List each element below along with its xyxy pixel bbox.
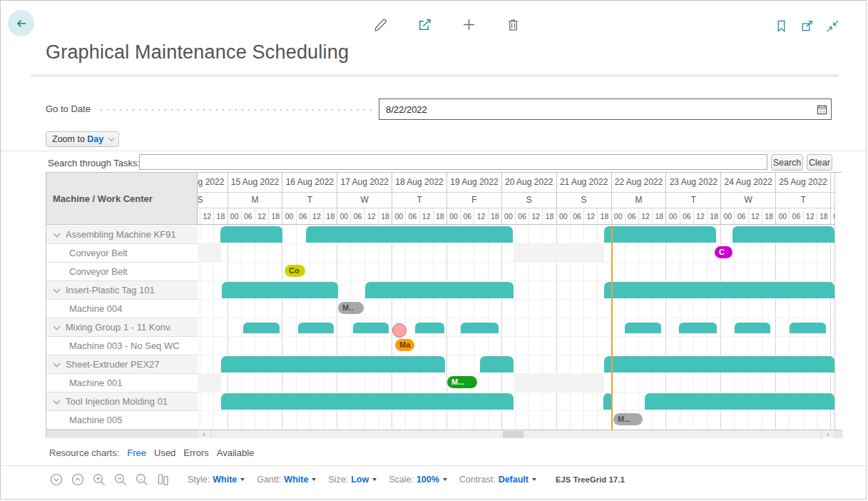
edit-button[interactable] xyxy=(372,16,388,32)
gantt-bar-small[interactable] xyxy=(625,323,661,333)
date-input[interactable] xyxy=(379,104,812,115)
shell-actions xyxy=(773,18,840,34)
share-button[interactable] xyxy=(417,16,432,32)
timeline-hour-cell: 12 xyxy=(693,208,707,224)
setting-dropdown-size[interactable]: Size:Low xyxy=(328,475,377,485)
legend-item-used[interactable]: Used xyxy=(154,447,175,458)
tree-group-row[interactable]: Mixing Group 1 - 11 Konv. xyxy=(46,318,198,337)
timeline-hour-cell: 18 xyxy=(378,208,392,224)
gantt-bar[interactable] xyxy=(221,356,445,373)
gantt-bar-small[interactable] xyxy=(679,323,717,333)
chevron-down-icon[interactable] xyxy=(53,397,61,404)
goto-date-label: Go to Date xyxy=(46,103,91,114)
tree-row[interactable]: Conveyor Belt xyxy=(46,244,198,263)
tree-group-row[interactable]: Insert-Plastic Tag 101 xyxy=(46,281,198,300)
tree-panel: Machine / Work Center Assembling Machine… xyxy=(46,173,198,430)
timeline-date-cell: 14 Aug 2022 xyxy=(198,173,228,192)
chevron-down-icon[interactable] xyxy=(53,230,61,237)
gantt-task-pill[interactable]: M.. xyxy=(338,302,364,314)
search-button[interactable]: Search xyxy=(771,154,803,171)
gantt-bar[interactable] xyxy=(732,226,834,243)
tree-row[interactable]: Machine 004 xyxy=(46,300,198,318)
timeline-dayletter-cell: S xyxy=(501,193,556,208)
calendar-button[interactable] xyxy=(812,100,831,118)
gantt-task-pill[interactable]: Co xyxy=(285,265,305,277)
milestone-marker[interactable] xyxy=(392,323,407,338)
timeline-dayletter-cell: T xyxy=(282,193,337,208)
tree-row[interactable]: Machine 001 xyxy=(46,374,198,393)
open-in-new-button[interactable] xyxy=(799,18,815,34)
zoom-reset-button[interactable] xyxy=(135,472,149,487)
zoom-out-button[interactable] xyxy=(113,472,128,487)
tree-row[interactable]: Machine 003 - No Seq WC xyxy=(46,337,198,355)
date-field xyxy=(379,98,832,120)
scrollbar-spacer xyxy=(46,430,198,438)
gantt-bar[interactable] xyxy=(220,226,282,243)
zoom-to-dropdown[interactable]: Zoom to Day xyxy=(46,131,119,147)
zoom-in-button[interactable] xyxy=(92,472,106,487)
status-toolbar: Style:WhiteGantt:WhiteSize:LowScale:100%… xyxy=(49,470,625,489)
gantt-task-pill[interactable]: Ma xyxy=(395,339,414,351)
gantt-task-pill[interactable]: M... xyxy=(613,413,643,425)
setting-dropdown-contrast[interactable]: Contrast:Default xyxy=(459,475,536,485)
setting-dropdown-scale[interactable]: Scale:100% xyxy=(389,475,447,485)
gantt-bar[interactable] xyxy=(604,356,834,373)
add-button[interactable] xyxy=(461,16,476,32)
legend-item-free[interactable]: Free xyxy=(127,447,146,458)
gantt-bar[interactable] xyxy=(222,282,338,298)
back-button[interactable] xyxy=(8,10,34,36)
gantt-bar[interactable] xyxy=(306,226,513,243)
vertical-scrollbar[interactable] xyxy=(834,173,842,430)
collapse-header-button[interactable] xyxy=(824,18,840,34)
timeline-hour-cell: 00 xyxy=(501,208,515,224)
setting-label: Contrast: xyxy=(459,475,496,485)
zoom-reset-icon xyxy=(135,472,149,487)
bookmark-button[interactable] xyxy=(773,18,789,34)
gantt-bar-small[interactable] xyxy=(790,323,826,333)
setting-dropdown-gantt[interactable]: Gantt:White xyxy=(257,475,316,485)
gantt-bar[interactable] xyxy=(480,356,514,373)
gantt-bar-small[interactable] xyxy=(735,323,770,333)
search-tasks-input[interactable] xyxy=(139,154,767,170)
clear-button[interactable]: Clear xyxy=(807,154,832,171)
gantt-task-pill[interactable]: M... xyxy=(447,376,477,388)
gantt-bar-small[interactable] xyxy=(415,323,444,333)
gantt-bar-small[interactable] xyxy=(461,323,499,333)
gantt-bar[interactable] xyxy=(604,282,834,298)
delete-button[interactable] xyxy=(505,16,521,32)
gantt-bar[interactable] xyxy=(221,393,514,410)
setting-dropdown-style[interactable]: Style:White xyxy=(188,475,245,485)
gantt-bar-small[interactable] xyxy=(243,323,280,333)
tree-group-row[interactable]: Assembling Machine KF91 xyxy=(46,226,198,244)
timeline-date-cell: 15 Aug 2022 xyxy=(228,173,282,192)
gantt-bar[interactable] xyxy=(365,282,514,298)
timeline-date-row: 14 Aug 202215 Aug 202216 Aug 202217 Aug … xyxy=(198,173,834,193)
legend-item-available[interactable]: Available xyxy=(217,447,255,458)
gantt-bar-small[interactable] xyxy=(298,323,334,333)
scroll-left-button[interactable]: ‹ xyxy=(198,430,211,438)
row-separator xyxy=(198,318,834,318)
scrollbar-thumb[interactable] xyxy=(503,431,524,438)
timeline-hour-cell: 06 xyxy=(625,208,638,224)
gantt-bar-small[interactable] xyxy=(353,323,389,333)
chevron-down-icon[interactable] xyxy=(53,323,61,330)
gantt-bar[interactable] xyxy=(645,393,834,410)
horizontal-scrollbar[interactable]: ‹ › xyxy=(198,430,834,438)
columns-config-button[interactable] xyxy=(156,472,170,487)
chevron-down-icon[interactable] xyxy=(53,360,61,367)
tree-row[interactable]: Machine 005 xyxy=(46,411,198,430)
timeline-hour-cell: 06 xyxy=(405,208,419,224)
gantt-task-pill[interactable]: C xyxy=(715,246,732,258)
timeline-hour-cell: 12 xyxy=(364,208,378,224)
tree-group-row[interactable]: Sheet-Extruder PEX27 xyxy=(46,355,198,374)
scroll-right-button[interactable]: › xyxy=(821,430,834,438)
gantt-bar[interactable] xyxy=(604,226,716,243)
collapse-all-button[interactable] xyxy=(49,472,63,487)
tree-column-header[interactable]: Machine / Work Center xyxy=(46,173,197,225)
tree-group-row[interactable]: Tool Injection Molding 01 xyxy=(46,393,198,411)
expand-all-button[interactable] xyxy=(71,472,85,487)
chevron-down-icon[interactable] xyxy=(53,285,61,293)
legend-item-errors[interactable]: Errors xyxy=(183,447,208,458)
tree-row[interactable]: Conveyor Belt xyxy=(46,263,198,281)
timeline-dayletter-cell: W xyxy=(337,193,392,208)
